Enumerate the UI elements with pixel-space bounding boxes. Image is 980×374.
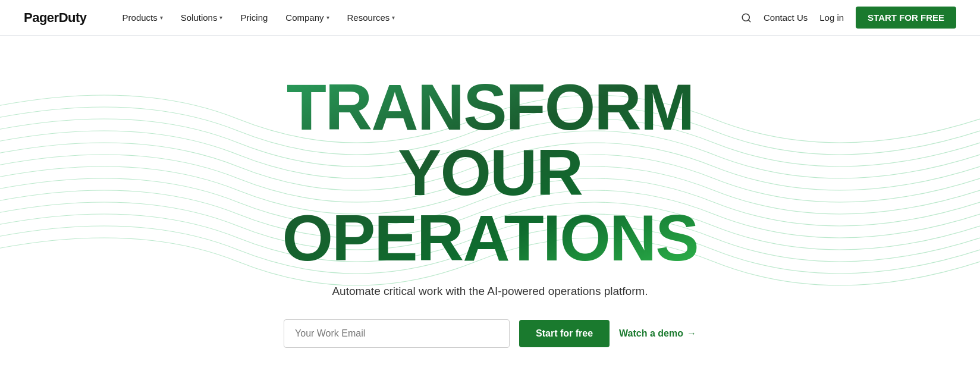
search-icon[interactable] (741, 12, 752, 23)
svg-line-1 (749, 20, 750, 21)
chevron-down-icon: ▾ (392, 14, 395, 21)
chevron-down-icon: ▾ (219, 14, 222, 21)
hero-content: TRANSFORM YOUR OPERATIONS Automate criti… (270, 51, 709, 360)
hero-section: TRANSFORM YOUR OPERATIONS Automate criti… (0, 36, 980, 374)
nav-item-solutions[interactable]: Solutions ▾ (174, 8, 230, 27)
chevron-down-icon: ▾ (160, 14, 163, 21)
main-nav: Products ▾ Solutions ▾ Pricing Company ▾… (115, 8, 741, 27)
arrow-icon: → (687, 328, 696, 339)
start-for-free-hero-button[interactable]: Start for free (519, 320, 610, 347)
contact-us-link[interactable]: Contact Us (764, 12, 808, 23)
logo[interactable]: PagerDuty (24, 10, 87, 26)
nav-item-company[interactable]: Company ▾ (278, 8, 336, 27)
header-right: Contact Us Log in START FOR FREE (741, 7, 956, 29)
hero-title: TRANSFORM YOUR OPERATIONS (282, 74, 698, 271)
hero-cta: Start for free Watch a demo → (284, 319, 696, 348)
watch-demo-link[interactable]: Watch a demo → (619, 328, 696, 339)
nav-item-products[interactable]: Products ▾ (115, 8, 170, 27)
email-input[interactable] (284, 319, 510, 348)
site-header: PagerDuty Products ▾ Solutions ▾ Pricing… (0, 0, 980, 36)
start-for-free-button[interactable]: START FOR FREE (856, 7, 956, 29)
nav-item-pricing[interactable]: Pricing (233, 8, 275, 27)
nav-item-resources[interactable]: Resources ▾ (340, 8, 403, 27)
login-link[interactable]: Log in (819, 12, 844, 23)
chevron-down-icon: ▾ (326, 14, 329, 21)
hero-subtitle: Automate critical work with the AI-power… (332, 285, 648, 298)
